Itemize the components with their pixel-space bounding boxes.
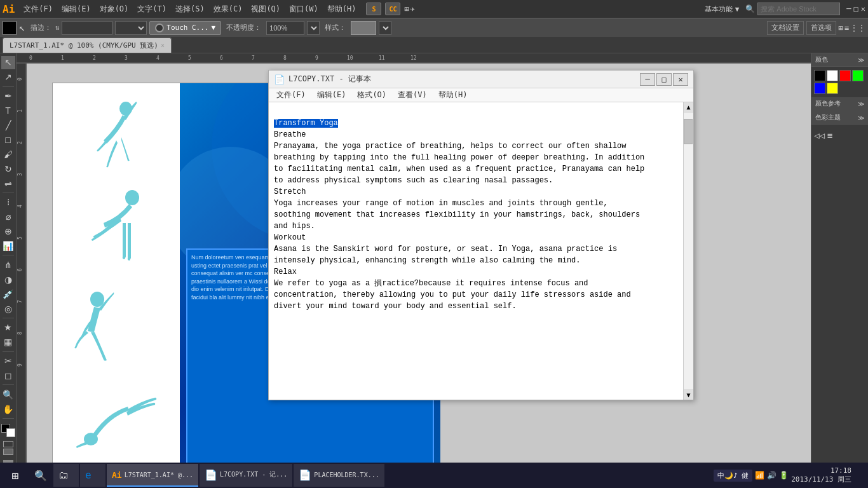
app-notepad2-icon: 📄 [299, 469, 311, 481]
panel-options-icon[interactable]: ≡ [827, 130, 832, 140]
menu-effect[interactable]: 效果(C) [210, 3, 247, 16]
direct-select-tool[interactable]: ↗ [1, 71, 15, 84]
touch-dropdown-arrow[interactable]: ▼ [212, 24, 216, 32]
volume-icon[interactable]: 🔊 [767, 471, 776, 480]
hand-tool[interactable]: ✋ [1, 402, 15, 416]
brush-tool[interactable]: 🖌 [1, 147, 15, 161]
color-theme-expand[interactable]: ≫ [858, 114, 864, 121]
touch-selector[interactable]: Touch C... ▼ [149, 21, 221, 35]
width-tool[interactable]: ⁞ [1, 196, 15, 209]
search-input[interactable] [757, 3, 840, 15]
notepad-minimize-btn[interactable]: ─ [640, 73, 655, 86]
symbol-tool[interactable]: ★ [1, 321, 15, 334]
color-swatch-blue[interactable] [814, 83, 825, 94]
search-button[interactable]: 🔍 [29, 464, 52, 487]
taskbar-ai-label: L7START_1.AI* @... [125, 471, 193, 478]
slice-tool[interactable]: ✂ [1, 355, 15, 368]
document-tab[interactable]: L7START_1.AI* @ 100% (CMYK/GPU 预选) × [3, 37, 172, 53]
mesh-tool[interactable]: ⋔ [1, 258, 15, 271]
opacity-unit-select[interactable] [307, 21, 320, 35]
warp-tool[interactable]: ⌀ [1, 210, 15, 224]
fill-color-swatch[interactable] [3, 21, 17, 35]
extension-panel[interactable]: S [366, 3, 381, 15]
select-tool[interactable]: ↖ [1, 56, 15, 69]
taskbar-app-notepad2[interactable]: 📄 PLACEHOLDER.TX... [294, 464, 384, 487]
stroke-control[interactable]: ⇅ [55, 24, 60, 32]
network-icon[interactable]: 📶 [755, 471, 764, 480]
notepad-menu-view[interactable]: 查看(V) [393, 88, 432, 102]
workspace-label[interactable]: 基本功能 [705, 4, 733, 14]
menu-view[interactable]: 视图(Q) [247, 3, 284, 16]
taskbar-app-illustrator[interactable]: Ai L7START_1.AI* @... [107, 464, 198, 487]
notepad-menu-edit[interactable]: 编辑(E) [312, 88, 351, 102]
line-tool[interactable]: ╱ [1, 119, 15, 132]
color-panel-expand[interactable]: ≫ [858, 57, 864, 64]
color-swatch-yellow[interactable] [827, 83, 838, 94]
mirror-tool[interactable]: ⇌ [1, 177, 15, 190]
style-select[interactable] [379, 21, 391, 35]
tab-close-btn[interactable]: × [161, 42, 165, 49]
menu-window[interactable]: 窗口(W) [285, 3, 322, 16]
eyedropper-tool[interactable]: 💉 [1, 287, 15, 301]
taskbar-app-notepad1[interactable]: 📄 L7COPY.TXT - 记... [200, 464, 292, 487]
close-btn[interactable]: ✕ [861, 4, 865, 13]
pen-tool[interactable]: ✒ [1, 90, 15, 103]
color-ref-expand[interactable]: ≫ [858, 100, 864, 107]
menu-select[interactable]: 选择(S) [172, 3, 208, 16]
notepad-scrollbar[interactable]: ▲ ▼ [683, 102, 693, 400]
canvas[interactable]: Num doloreetum ven esequam ver suscipist… [27, 64, 811, 471]
menu-text[interactable]: 文字(T) [133, 3, 170, 16]
mask-mode[interactable] [3, 449, 13, 455]
menu-file[interactable]: 文件(F) [20, 3, 57, 16]
taskbar-notepad2-label: PLACEHOLDER.TX... [314, 471, 379, 478]
svg-text:11: 11 [379, 55, 385, 61]
notepad-menu-file[interactable]: 文件(F) [271, 88, 311, 102]
panel-left-icon[interactable]: ◁◁ [814, 130, 825, 140]
color-swatch-red[interactable] [839, 70, 851, 81]
taskbar-app-edge[interactable]: e [80, 464, 105, 487]
scroll-down-btn[interactable]: ▼ [684, 390, 693, 400]
start-button[interactable]: ⊞ [3, 464, 28, 487]
style-swatch[interactable] [351, 21, 376, 35]
graph-tool[interactable]: 📊 [1, 240, 15, 253]
opacity-input[interactable] [266, 21, 304, 35]
scroll-up-btn[interactable]: ▲ [684, 102, 693, 112]
stroke-preview [62, 21, 112, 35]
taskbar-app-1[interactable]: 🗂 [53, 464, 79, 487]
fill-stroke-swatches[interactable] [1, 424, 15, 437]
color-swatch-white[interactable] [827, 70, 838, 81]
gradient-tool[interactable]: ◑ [1, 273, 15, 286]
zoom-tool[interactable]: 🔍 [1, 388, 15, 401]
type-tool[interactable]: T [1, 104, 15, 118]
column-tool[interactable]: ▦ [1, 336, 15, 349]
scroll-thumb[interactable] [684, 119, 693, 144]
cc-panel[interactable]: CC [385, 3, 400, 15]
minimize-btn[interactable]: ─ [846, 4, 851, 13]
notepad-text-area[interactable]: Transform Yoga Breathe Pranayama, the yo… [269, 102, 683, 400]
blend-tool[interactable]: ◎ [1, 302, 15, 315]
maximize-btn[interactable]: □ [854, 4, 858, 13]
menu-edit[interactable]: 编辑(E) [58, 3, 95, 16]
menu-object[interactable]: 对象(O) [96, 3, 133, 16]
right-panels: 颜色 ≫ 颜色参考 ≫ 色彩主题 ≫ ◁◁ ≡ [811, 53, 868, 471]
notepad-maximize-btn[interactable]: □ [656, 73, 672, 86]
color-swatch-green[interactable] [852, 70, 864, 81]
notepad-close-btn[interactable]: ✕ [673, 73, 688, 86]
color-swatch-black[interactable] [814, 70, 825, 81]
notepad-menu-help[interactable]: 帮助(H) [433, 88, 473, 102]
doc-settings-btn[interactable]: 文档设置 [767, 21, 804, 35]
normal-mode[interactable] [3, 441, 13, 447]
eraser-tool[interactable]: ◻ [1, 369, 15, 383]
scale-tool[interactable]: ⊕ [1, 225, 15, 238]
svg-text:2: 2 [17, 141, 23, 144]
menu-help[interactable]: 帮助(H) [323, 3, 360, 16]
preferences-btn[interactable]: 首选项 [806, 21, 836, 35]
opacity-label: 不透明度： [224, 22, 264, 34]
stroke-select[interactable] [115, 21, 147, 35]
ime-indicator[interactable]: 中🌙♪ 健 [714, 470, 752, 482]
workspace-arrow[interactable]: ▼ [735, 5, 740, 13]
system-clock[interactable]: 17:18 2013/11/13 周三 [791, 466, 851, 484]
rotate-tool[interactable]: ↻ [1, 162, 15, 175]
rect-tool[interactable]: □ [1, 133, 15, 146]
notepad-menu-format[interactable]: 格式(O) [352, 88, 391, 102]
